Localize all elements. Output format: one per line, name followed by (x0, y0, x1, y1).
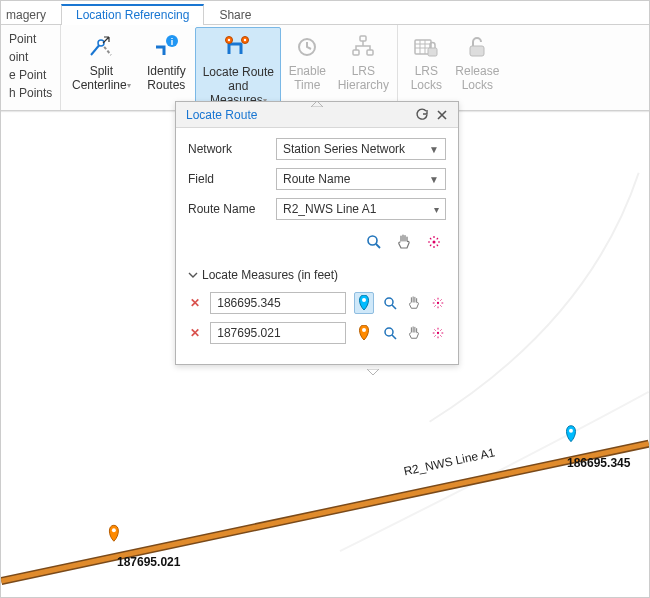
svg-point-17 (112, 528, 116, 532)
svg-rect-9 (353, 50, 359, 55)
identify-routes-icon: i (152, 31, 180, 63)
tab-share[interactable]: Share (204, 3, 266, 25)
field-label: Field (188, 172, 276, 186)
ribbon-body: Point oint e Point h Points Spli (1, 25, 649, 111)
svg-line-19 (376, 244, 380, 248)
measure-pin-1[interactable] (567, 426, 576, 442)
measure-row-2: ✕ (188, 322, 446, 344)
svg-point-24 (437, 302, 439, 304)
svg-line-15 (1, 444, 648, 581)
flash-measure-button[interactable] (430, 324, 446, 342)
locate-route-and-measures-button[interactable]: Locate Route and Measures▾ (195, 27, 281, 112)
locate-route-panel: Locate Route Network Station Series Netw… (175, 101, 459, 365)
flash-measure-button[interactable] (430, 294, 446, 312)
svg-text:i: i (171, 37, 174, 47)
chevron-down-icon: ▼ (429, 174, 439, 185)
panel-refresh-button[interactable] (412, 105, 432, 125)
release-locks-icon (464, 31, 490, 63)
ribbon-item-e-point[interactable]: e Point (5, 67, 56, 83)
zoom-to-route-button[interactable] (364, 232, 384, 252)
svg-point-18 (368, 236, 377, 245)
split-centerline-button[interactable]: Split Centerline▾ (65, 27, 137, 112)
chevron-down-icon (188, 270, 198, 280)
panel-close-button[interactable] (432, 105, 452, 125)
lrs-locks-icon (413, 31, 439, 63)
identify-routes-button[interactable]: i Identify Routes (137, 27, 195, 112)
remove-measure-button[interactable]: ✕ (188, 295, 202, 311)
chevron-down-icon: ▼ (429, 144, 439, 155)
ribbon-tabs: magery Location Referencing Share (1, 1, 649, 25)
svg-point-16 (569, 429, 573, 433)
svg-point-6 (244, 39, 246, 41)
pan-measure-button[interactable] (406, 294, 422, 312)
field-select[interactable]: Route Name▼ (276, 168, 446, 190)
svg-line-23 (392, 305, 396, 309)
measure-row-1: ✕ (188, 292, 446, 314)
svg-point-25 (362, 328, 366, 332)
svg-point-21 (362, 298, 366, 302)
select-measure-button-1[interactable] (354, 292, 374, 314)
network-label: Network (188, 142, 276, 156)
measure-pin-2[interactable] (109, 525, 118, 541)
zoom-measure-button[interactable] (382, 324, 398, 342)
lrs-hierarchy-icon (350, 31, 376, 63)
ribbon-item-point[interactable]: Point (5, 31, 56, 47)
zoom-measure-button[interactable] (382, 294, 398, 312)
chevron-down-icon: ▾ (434, 204, 439, 215)
panel-title: Locate Route (186, 108, 257, 122)
svg-rect-8 (360, 36, 366, 41)
select-measure-button-2[interactable] (354, 322, 374, 344)
svg-rect-12 (428, 48, 437, 56)
route-line (1, 444, 648, 581)
measure-label-1: 186695.345 (567, 456, 630, 470)
svg-point-26 (385, 328, 393, 336)
locate-route-icon (223, 32, 253, 64)
release-locks-button[interactable]: Release Locks (450, 27, 504, 97)
route-label: R2_NWS Line A1 (402, 445, 496, 478)
flash-route-button[interactable] (424, 232, 444, 252)
split-centerline-icon (87, 31, 115, 63)
measure-input-2[interactable] (210, 322, 346, 344)
measure-input-1[interactable] (210, 292, 346, 314)
svg-point-22 (385, 298, 393, 306)
lrs-locks-button[interactable]: LRS Locks (402, 27, 450, 97)
svg-rect-10 (367, 50, 373, 55)
tab-location-referencing[interactable]: Location Referencing (61, 4, 204, 25)
tab-imagery[interactable]: magery (1, 3, 61, 25)
locate-measures-section[interactable]: Locate Measures (in feet) (188, 268, 446, 282)
svg-point-28 (437, 332, 439, 334)
network-select[interactable]: Station Series Network▼ (276, 138, 446, 160)
remove-measure-button[interactable]: ✕ (188, 325, 202, 341)
routename-label: Route Name (188, 202, 276, 216)
pan-to-route-button[interactable] (394, 232, 414, 252)
lrs-hierarchy-button[interactable]: LRS Hierarchy (333, 27, 393, 112)
svg-rect-13 (470, 46, 484, 56)
pan-measure-button[interactable] (406, 324, 422, 342)
svg-point-4 (228, 39, 230, 41)
enable-time-button[interactable]: Enable Time (281, 27, 333, 112)
svg-point-20 (433, 241, 436, 244)
svg-line-27 (392, 335, 396, 339)
ribbon-item-oint[interactable]: oint (5, 49, 56, 65)
ribbon-item-h-points[interactable]: h Points (5, 85, 56, 101)
measure-label-2: 187695.021 (117, 555, 180, 569)
routename-select[interactable]: R2_NWS Line A1▾ (276, 198, 446, 220)
enable-time-icon (294, 31, 320, 63)
